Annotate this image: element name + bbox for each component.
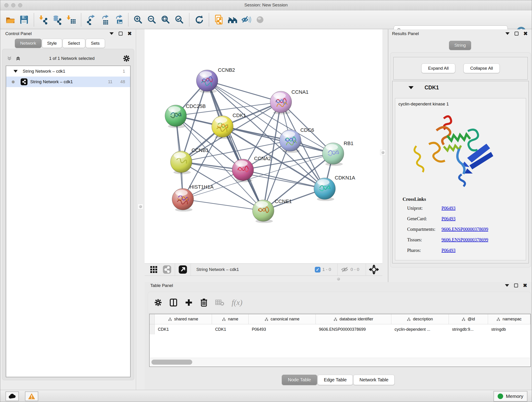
results-panel-float-icon[interactable] (505, 32, 510, 35)
column-header-name[interactable]: name (212, 314, 249, 324)
grid-view-icon[interactable] (150, 265, 158, 274)
node-HIST1H1A[interactable]: HIST1H1A (172, 184, 214, 211)
edge-CCNA2-CDKN1A[interactable] (243, 170, 325, 189)
memory-label: Memory (506, 394, 523, 399)
export-image-icon[interactable] (113, 14, 124, 26)
crosslink-link[interactable]: 9606.ENSP00000378699 (442, 227, 488, 232)
control-panel-undock-icon[interactable] (119, 32, 123, 36)
clone-network-icon[interactable] (213, 14, 225, 26)
table-cell[interactable]: 9606.ENSP00000378699 (316, 324, 391, 334)
table-cell[interactable]: CDK1 (155, 324, 212, 334)
node-RB1[interactable]: RB1 (322, 140, 354, 166)
tab-node-table[interactable]: Node Table (282, 375, 317, 385)
collapse-all-button[interactable]: Collapse All (463, 64, 500, 73)
left-splitter-handle[interactable] (138, 204, 143, 209)
results-panel-undock-icon[interactable] (515, 32, 519, 36)
table-hscrollbar[interactable] (150, 358, 530, 366)
gear-icon[interactable] (123, 55, 130, 62)
edge-CDK1-RB1[interactable] (222, 127, 333, 153)
import-network-file-icon[interactable] (38, 14, 50, 26)
bottom-splitter-handle[interactable] (336, 276, 341, 282)
tab-style[interactable]: Style (42, 39, 62, 48)
warning-button[interactable] (25, 391, 38, 401)
tab-string[interactable]: String (449, 41, 471, 50)
table-cell[interactable]: cyclin-dependent ... (391, 324, 449, 334)
open-in-new-window-icon[interactable] (178, 265, 187, 274)
edge-CCNE1-HIST1H1A[interactable] (183, 199, 263, 211)
table-settings-gear-icon[interactable] (154, 299, 162, 306)
export-table-icon[interactable] (99, 14, 110, 26)
results-panel-title: Results Panel (392, 31, 419, 36)
column-header-database-identifier[interactable]: database identifier (316, 314, 391, 324)
zoom-out-icon[interactable] (146, 14, 158, 26)
save-session-icon[interactable] (18, 14, 30, 26)
gene-disclosure-icon[interactable] (409, 86, 413, 89)
gene-header-row[interactable]: CDK1 (393, 81, 529, 94)
main-toolbar: ? (0, 10, 532, 29)
tab-select[interactable]: Select (63, 39, 85, 48)
column-header--id[interactable]: @id (449, 314, 488, 324)
string-home-icon[interactable] (227, 14, 238, 26)
collection-disclosure-icon[interactable] (13, 70, 18, 73)
node-CCNB1[interactable]: CCNB1 (171, 147, 209, 174)
import-network-database-icon[interactable] (52, 14, 63, 26)
results-panel-close-icon[interactable]: ✖ (524, 32, 528, 36)
zoom-in-icon[interactable] (133, 14, 144, 26)
zoom-fit-icon[interactable] (160, 14, 171, 26)
node-CDC25B[interactable]: CDC25B (165, 103, 206, 128)
export-network-icon[interactable] (85, 14, 97, 26)
expand-all-button[interactable]: Expand All (421, 64, 455, 73)
memory-button[interactable]: Memory (494, 391, 527, 402)
delete-column-icon[interactable] (200, 298, 208, 307)
refresh-icon[interactable] (193, 14, 205, 26)
column-header-shared-name[interactable]: shared name (155, 314, 212, 324)
crosslink-link[interactable]: P06493 (442, 248, 456, 253)
tab-sets[interactable]: Sets (86, 39, 105, 48)
column-header-namespac[interactable]: namespac (488, 314, 530, 324)
right-splitter-handle[interactable] (380, 150, 386, 155)
tab-edge-table[interactable]: Edge Table (317, 375, 353, 385)
tab-network[interactable]: Network (15, 39, 41, 48)
add-column-icon[interactable] (185, 299, 193, 306)
network-selection-status: 1 of 1 Network selected (21, 56, 123, 61)
node-CCNB2[interactable]: CCNB2 (196, 67, 235, 93)
node-CDKN1A[interactable]: CDKN1A (314, 175, 355, 201)
control-panel-float-icon[interactable] (109, 32, 114, 35)
control-panel-title: Control Panel (5, 31, 32, 36)
table-cell[interactable]: P06493 (249, 324, 316, 334)
table-panel-undock-icon[interactable] (514, 283, 518, 287)
column-header-description[interactable]: description (391, 314, 449, 324)
show-columns-icon[interactable] (169, 298, 177, 307)
collapse-all-icon[interactable] (7, 56, 12, 61)
zoom-selected-icon[interactable] (174, 14, 185, 26)
node-CCNE1[interactable]: CCNE1 (253, 198, 292, 223)
table-cell[interactable]: stringdb:9... (449, 324, 488, 334)
cloud-button[interactable] (6, 391, 19, 401)
table-panel-close-icon[interactable]: ✖ (523, 283, 527, 287)
column-header-canonical-name[interactable]: canonical name (249, 314, 316, 324)
control-panel-close-icon[interactable]: ✖ (128, 32, 132, 36)
crosslink-row: Uniprot:P06493 (407, 206, 522, 211)
crosslink-link[interactable]: 9606.ENSP00000378699 (442, 237, 488, 242)
network-row[interactable]: String Network – cdk1 11 48 (6, 77, 130, 87)
network-view[interactable]: CCNB2CCNA1CDC25BCDK1CDC6RB1CCNB1CCNA2CDK… (145, 29, 382, 263)
tab-network-table[interactable]: Network Table (353, 375, 394, 385)
crosslink-link[interactable]: P06493 (442, 216, 456, 221)
network-collection-row[interactable]: String Network – cdk1 1 (6, 66, 130, 77)
import-table-file-icon[interactable] (65, 14, 77, 26)
network-share-view-icon[interactable] (162, 265, 172, 274)
table-cell[interactable]: stringdb (488, 324, 530, 334)
crosslinks-title: CrossLinks (403, 196, 426, 202)
hide-panel-icon[interactable] (241, 14, 252, 26)
node-CDC6[interactable]: CDC6 (279, 127, 314, 153)
crosslink-link[interactable]: P06493 (442, 206, 456, 211)
table-cell[interactable]: CDK1 (212, 324, 249, 334)
warning-icon (28, 393, 35, 400)
fit-content-icon[interactable] (369, 265, 379, 274)
expand-all-icon[interactable] (15, 56, 21, 61)
selected-checkbox[interactable]: ✓ (315, 267, 321, 273)
table-hscrollbar-thumb[interactable] (152, 360, 192, 365)
open-session-icon[interactable] (5, 14, 16, 26)
table-panel-float-icon[interactable] (505, 284, 509, 287)
inactive-eye-icon[interactable] (254, 14, 266, 26)
